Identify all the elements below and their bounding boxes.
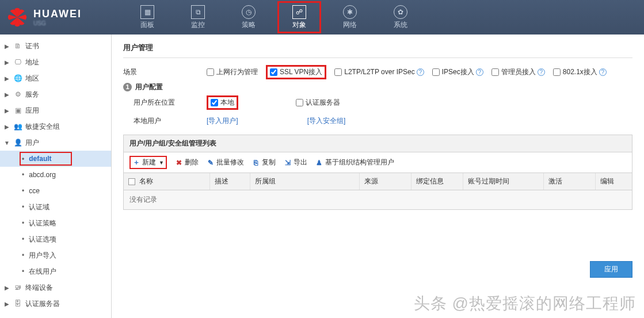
service-icon: ⚙ bbox=[13, 90, 23, 99]
cert-icon: 🗎 bbox=[13, 41, 23, 51]
sidebar-item-terminal[interactable]: ▶🖳终端设备 bbox=[0, 279, 111, 296]
help-icon[interactable]: ? bbox=[538, 68, 545, 76]
scenario-label: 场景 bbox=[123, 67, 207, 77]
sidebar-item-cce[interactable]: cce bbox=[0, 183, 111, 199]
brand-name: HUAWEI bbox=[33, 8, 82, 20]
content-area: 用户管理 场景 上网行为管理 SSL VPN接入 L2TP/L2TP over … bbox=[112, 35, 644, 318]
sidebar-item-authoption[interactable]: 认证选项 bbox=[0, 231, 111, 247]
logo-area: HUAWEI USG bbox=[0, 7, 93, 28]
chk-authserver[interactable]: 认证服务器 bbox=[296, 98, 340, 108]
chk-sslvpn[interactable]: SSL VPN接入 bbox=[270, 67, 322, 77]
sidebar-item-authserver[interactable]: ▶🗄认证服务器 bbox=[0, 296, 111, 312]
tab-policy[interactable]: ◷策略 bbox=[223, 0, 274, 35]
sidebar: ▶🗎证书 ▶🖵地址 ▶🌐地区 ▶⚙服务 ▶▣应用 ▶👥敏捷安全组 ▼👤用户 de… bbox=[0, 35, 112, 318]
sidebar-item-authdomain[interactable]: 认证域 bbox=[0, 199, 111, 215]
apply-button[interactable]: 应用 bbox=[590, 261, 632, 278]
import-groups-link[interactable]: [导入安全组] bbox=[307, 116, 346, 126]
copy-button[interactable]: ⎘复制 bbox=[252, 158, 276, 167]
delete-button[interactable]: ✖删除 bbox=[175, 158, 199, 167]
chk-ipsec[interactable]: IPSec接入? bbox=[432, 65, 483, 79]
user-location-label: 用户所在位置 bbox=[123, 98, 207, 108]
select-all-checkbox[interactable] bbox=[128, 178, 135, 185]
tab-monitor[interactable]: ⧉监控 bbox=[173, 0, 223, 35]
user-config-section: 1用户配置 bbox=[123, 82, 632, 92]
secgroup-icon: 👥 bbox=[13, 122, 23, 131]
plus-icon: ＋ bbox=[132, 159, 140, 167]
sidebar-item-cert[interactable]: ▶🗎证书 bbox=[0, 38, 111, 54]
sidebar-item-service[interactable]: ▶⚙服务 bbox=[0, 86, 111, 102]
tab-dashboard[interactable]: ▦面板 bbox=[122, 0, 173, 35]
chk-admin[interactable]: 管理员接入? bbox=[491, 65, 545, 79]
tab-system[interactable]: ✿系统 bbox=[375, 0, 426, 35]
grid-header: 名称 描述 所属组 来源 绑定信息 账号过期时间 激活 编辑 bbox=[124, 173, 632, 190]
globe-icon: 🌐 bbox=[13, 74, 23, 83]
sidebar-item-abcd[interactable]: abcd.org bbox=[0, 167, 111, 183]
org-manage-button[interactable]: ♟基于组织结构管理用户 bbox=[315, 158, 394, 167]
top-tabs: ▦面板 ⧉监控 ◷策略 ☍对象 ✱网络 ✿系统 bbox=[122, 0, 426, 35]
help-icon[interactable]: ? bbox=[476, 68, 483, 76]
sidebar-item-app[interactable]: ▶▣应用 bbox=[0, 102, 111, 118]
tab-network[interactable]: ✱网络 bbox=[325, 0, 375, 35]
terminal-icon: 🖳 bbox=[13, 283, 23, 292]
app-icon: ▣ bbox=[13, 106, 23, 115]
import-users-link[interactable]: [导入用户] bbox=[207, 116, 238, 126]
sidebar-item-region[interactable]: ▶🌐地区 bbox=[0, 70, 111, 86]
copy-icon: ⎘ bbox=[252, 159, 260, 167]
toolbar: ＋新建▼ ✖删除 ✎批量修改 ⎘复制 ⇲导出 ♟基于组织结构管理用户 bbox=[124, 152, 632, 173]
sidebar-item-address[interactable]: ▶🖵地址 bbox=[0, 54, 111, 70]
help-icon[interactable]: ? bbox=[417, 68, 424, 76]
tab-object[interactable]: ☍对象 bbox=[274, 0, 325, 35]
chk-l2tp[interactable]: L2TP/L2TP over IPSec? bbox=[334, 65, 424, 79]
chk-internet[interactable]: 上网行为管理 bbox=[207, 65, 258, 79]
watermark: 头条 @热爱摇滚的网络工程师 bbox=[414, 293, 636, 315]
export-button[interactable]: ⇲导出 bbox=[284, 158, 307, 167]
user-icon: 👤 bbox=[13, 138, 23, 147]
top-bar: HUAWEI USG ▦面板 ⧉监控 ◷策略 ☍对象 ✱网络 ✿系统 bbox=[0, 0, 644, 35]
sidebar-item-secgroup[interactable]: ▶👥敏捷安全组 bbox=[0, 118, 111, 135]
sidebar-item-default[interactable]: default bbox=[0, 151, 111, 167]
brand-sub: USG bbox=[33, 20, 82, 26]
server-icon: 🗄 bbox=[13, 299, 23, 308]
delete-icon: ✖ bbox=[175, 159, 183, 167]
sidebar-item-userimport[interactable]: 用户导入 bbox=[0, 247, 111, 263]
chk-dot1x[interactable]: 802.1x接入? bbox=[553, 65, 607, 79]
export-icon: ⇲ bbox=[284, 159, 292, 167]
address-icon: 🖵 bbox=[13, 58, 23, 67]
org-icon: ♟ bbox=[315, 159, 323, 167]
sidebar-item-authpolicy[interactable]: 认证策略 bbox=[0, 215, 111, 231]
sidebar-item-onlineuser[interactable]: 在线用户 bbox=[0, 263, 111, 279]
sidebar-item-user[interactable]: ▼👤用户 bbox=[0, 135, 111, 151]
local-user-label: 本地用户 bbox=[123, 116, 207, 126]
huawei-logo-icon bbox=[7, 7, 28, 28]
grid-body: 没有记录 bbox=[124, 190, 632, 209]
chk-local[interactable]: 本地 bbox=[211, 98, 234, 108]
edit-icon: ✎ bbox=[207, 159, 215, 167]
help-icon[interactable]: ? bbox=[599, 68, 607, 76]
batch-edit-button[interactable]: ✎批量修改 bbox=[207, 158, 244, 167]
table-wrap: 用户/用户组/安全组管理列表 ＋新建▼ ✖删除 ✎批量修改 ⎘复制 ⇲导出 ♟基… bbox=[123, 135, 632, 210]
page-title: 用户管理 bbox=[123, 40, 632, 58]
new-button[interactable]: ＋新建▼ bbox=[132, 158, 164, 167]
table-title: 用户/用户组/安全组管理列表 bbox=[124, 135, 632, 152]
